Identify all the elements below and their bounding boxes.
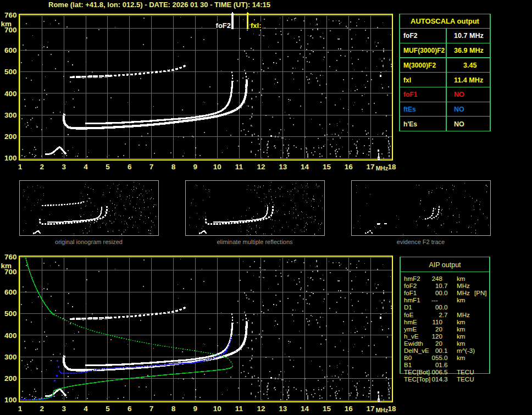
svg-text:00.0: 00.0 <box>435 303 448 311</box>
svg-text:TEC[Bot]: TEC[Bot] <box>404 368 430 375</box>
svg-text:ymE: ymE <box>404 325 417 333</box>
svg-text:km: km <box>457 275 465 282</box>
svg-text:foF2: foF2 <box>403 32 418 40</box>
svg-text:m^(-3): m^(-3) <box>457 347 475 354</box>
svg-text:foF2: foF2 <box>404 282 417 289</box>
svg-text:foF2: foF2 <box>216 21 231 30</box>
svg-text:10.7: 10.7 <box>435 282 448 289</box>
svg-text:original ionogram resized: original ionogram resized <box>55 239 123 245</box>
svg-text:km: km <box>457 296 465 303</box>
svg-text:248: 248 <box>432 275 442 282</box>
svg-text:NO: NO <box>454 106 464 113</box>
svg-text:km: km <box>457 325 465 333</box>
svg-text:eliminate multiple reflections: eliminate multiple reflections <box>217 239 293 245</box>
svg-text:055.0: 055.0 <box>431 354 447 361</box>
svg-text:110: 110 <box>433 318 442 325</box>
svg-text:km: km <box>457 318 465 325</box>
svg-text:km: km <box>457 340 465 347</box>
svg-text:MHz: MHz <box>457 282 470 289</box>
svg-text:006.5: 006.5 <box>431 368 447 375</box>
svg-text:014.3: 014.3 <box>431 375 447 383</box>
svg-text:D1: D1 <box>404 303 412 311</box>
svg-text:120: 120 <box>432 333 442 340</box>
svg-text:B1: B1 <box>404 361 412 368</box>
svg-text:km: km <box>457 333 465 340</box>
svg-text:Rome (lat: +41.8, lon: 012.5): Rome (lat: +41.8, lon: 012.5) - DATE: 20… <box>48 1 270 9</box>
svg-text:hmE: hmE <box>404 318 417 325</box>
svg-text:MHz: MHz <box>457 311 470 318</box>
svg-text:TECU: TECU <box>457 375 474 383</box>
svg-text:---: --- <box>431 296 438 303</box>
svg-text:foF1: foF1 <box>403 91 418 98</box>
svg-text:MHz: MHz <box>457 289 470 296</box>
svg-text:3.45: 3.45 <box>463 62 477 69</box>
svg-text:TECU: TECU <box>457 368 474 375</box>
svg-text:AIP output: AIP output <box>429 261 461 269</box>
svg-text:NO: NO <box>454 91 464 98</box>
svg-text:NO: NO <box>454 120 464 128</box>
svg-text:M(3000)F2: M(3000)F2 <box>403 62 436 69</box>
svg-text:[PN]: [PN] <box>474 289 487 296</box>
svg-text:10.7 MHz: 10.7 MHz <box>454 32 484 40</box>
svg-text:20: 20 <box>435 325 442 333</box>
svg-text:2.7: 2.7 <box>439 311 447 318</box>
svg-text:20: 20 <box>435 340 442 347</box>
svg-text:fxI: fxI <box>403 76 411 84</box>
svg-text:11.4 MHz: 11.4 MHz <box>454 76 483 84</box>
svg-text:ftEs: ftEs <box>403 106 416 113</box>
svg-text:MUF(3000)F2: MUF(3000)F2 <box>403 47 445 54</box>
svg-text:foE: foE <box>404 311 414 318</box>
svg-text:foF1: foF1 <box>404 289 417 296</box>
svg-text:36.9 MHz: 36.9 MHz <box>454 47 484 54</box>
svg-text:B0: B0 <box>404 354 412 361</box>
svg-text:TEC[Top]: TEC[Top] <box>404 375 430 383</box>
svg-text:h_vE: h_vE <box>404 333 419 340</box>
svg-text:DelN_vE: DelN_vE <box>404 347 429 354</box>
svg-text:h'Es: h'Es <box>403 120 417 128</box>
svg-text:hmF1: hmF1 <box>404 296 420 303</box>
svg-text:AUTOSCALA output: AUTOSCALA output <box>411 17 480 25</box>
svg-text:hmF2: hmF2 <box>404 275 420 282</box>
svg-text:evidence F2 trace: evidence F2 trace <box>397 239 445 245</box>
svg-text:00.1: 00.1 <box>435 347 448 354</box>
svg-text:01.6: 01.6 <box>435 361 448 368</box>
svg-text:km: km <box>457 354 465 361</box>
svg-text:fxI:: fxI: <box>251 21 262 30</box>
svg-text:Ewidth: Ewidth <box>404 340 423 347</box>
svg-text:00.0: 00.0 <box>435 289 448 296</box>
